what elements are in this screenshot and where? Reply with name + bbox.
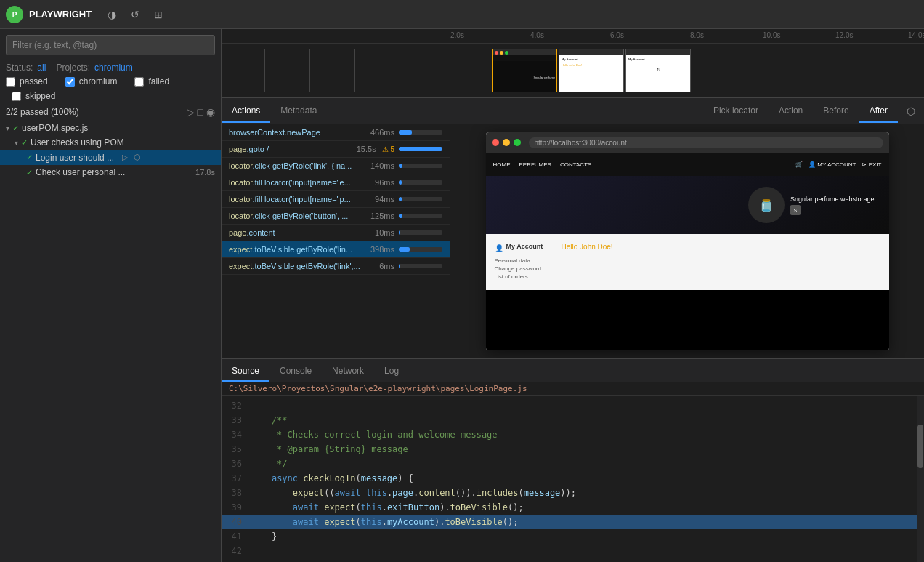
browser-frame: http://localhost:3000/account HOME PERFU…	[486, 132, 889, 350]
line-num: 38	[222, 488, 251, 498]
tree-item-label: userPOM.spec.js	[22, 123, 88, 133]
stop-button[interactable]: □	[198, 106, 203, 118]
checkbox-chromium-label: chromium	[79, 76, 118, 87]
action-bar	[399, 147, 442, 151]
action-row-3[interactable]: locator.fill locator('input[name="e... 9…	[222, 174, 450, 191]
thumbnail[interactable]	[267, 49, 310, 92]
action-name: page.goto /	[229, 145, 352, 153]
tree-item-suite[interactable]: ▾ ✓ User checks using POM	[0, 135, 221, 150]
action-name: expect.toBeVisible getByRole('link',...	[229, 262, 375, 270]
account-content: Hello John Doe!	[562, 243, 880, 281]
run-icons: ▷ □ ◉	[187, 106, 215, 118]
action-bar	[399, 164, 402, 168]
dot-red	[492, 139, 499, 146]
tab-metadata-label: Metadata	[280, 105, 317, 116]
scroll-bar[interactable]	[917, 396, 924, 562]
thumbnail[interactable]	[357, 49, 400, 92]
action-time: 94ms	[375, 195, 394, 204]
line-num: 40	[222, 517, 251, 527]
filter-input[interactable]	[6, 35, 215, 55]
code-text: await expect(this.myAccount).toBeVisible…	[251, 517, 918, 527]
tree-item-test-check[interactable]: ✓ Check user personal ... 17.8s	[0, 165, 221, 180]
action-time: 6ms	[379, 262, 394, 270]
action-bar	[399, 130, 412, 135]
checkbox-skipped[interactable]: skipped	[6, 89, 61, 103]
tab-before[interactable]: Before	[813, 100, 859, 123]
app-title: PLAYWRIGHT	[29, 9, 92, 20]
website-nav: HOME PERFUMES CONTACTS 🛒 👤 MY ACCOUNT ⊳ …	[486, 153, 889, 176]
tab-after[interactable]: After	[859, 100, 898, 123]
bottom-tab-console[interactable]: Console	[270, 361, 322, 382]
sidebar: Status: all Projects: chromium passed ch…	[0, 29, 222, 562]
action-tabs: Actions Metadata Pick locator Action Bef…	[222, 98, 924, 124]
tab-metadata[interactable]: Metadata	[270, 100, 327, 123]
code-line-36: 36 */	[222, 457, 924, 471]
action-bar-container	[399, 264, 442, 268]
action-bar	[399, 230, 400, 235]
bottom-tab-network[interactable]: Network	[322, 361, 374, 382]
run-test-button[interactable]: ▷	[120, 152, 130, 163]
tab-pick-locator[interactable]: Pick locator	[703, 100, 769, 123]
code-line-34: 34 * Checks correct login and welcome me…	[222, 427, 924, 442]
checkbox-chromium[interactable]: chromium	[60, 74, 123, 89]
thumbnail[interactable]	[222, 49, 265, 92]
checkbox-chromium-input[interactable]	[65, 77, 75, 87]
action-bar-container	[399, 247, 442, 252]
tree-item-label: Check user personal ...	[36, 167, 125, 177]
checkbox-failed[interactable]: failed	[129, 74, 175, 89]
external-link-icon[interactable]: ⬡	[898, 100, 924, 123]
action-name: locator.fill locator('input[name="e...	[229, 178, 370, 187]
action-row-4[interactable]: locator.fill locator('input[name="p... 9…	[222, 191, 450, 208]
checkbox-passed-input[interactable]	[6, 77, 15, 87]
status-all-link[interactable]: all	[37, 63, 46, 73]
tab-actions[interactable]: Actions	[222, 100, 270, 123]
checkbox-passed[interactable]: passed	[0, 74, 54, 89]
tree-item-file[interactable]: ▾ ✓ userPOM.spec.js	[0, 121, 221, 135]
action-bar-container	[399, 164, 442, 168]
action-row-0[interactable]: browserContext.newPage 466ms	[222, 124, 450, 141]
browser-content: HOME PERFUMES CONTACTS 🛒 👤 MY ACCOUNT ⊳ …	[486, 153, 889, 350]
svg-text:P: P	[12, 11, 17, 19]
thumbnail[interactable]	[447, 49, 490, 92]
website-main: 👤 My Account Personal data Change passwo…	[486, 234, 889, 290]
projects-value[interactable]: chromium	[94, 63, 133, 73]
code-text: expect((await this.page.content()).inclu…	[251, 488, 918, 498]
thumbnail-white[interactable]: My Account Hello John Doe!	[559, 49, 624, 92]
thumbnail[interactable]	[312, 49, 355, 92]
eye-button[interactable]: ◉	[206, 106, 215, 118]
run-all-button[interactable]: ▷	[187, 106, 195, 118]
tab-action[interactable]: Action	[769, 100, 813, 123]
tree-item-test-login[interactable]: ✓ Login user should ... ▷ ⬡	[0, 150, 221, 165]
checkbox-skipped-label: skipped	[25, 91, 55, 101]
action-row-8[interactable]: expect.toBeVisible getByRole('link',... …	[222, 258, 450, 275]
action-row-5[interactable]: locator.click getByRole('button', ... 12…	[222, 208, 450, 225]
code-line-37: 37 async ckeckLogIn(message) {	[222, 471, 924, 486]
bottom-tab-source[interactable]: Source	[222, 361, 270, 382]
action-row-1[interactable]: page.goto / 15.5s ⚠ 5	[222, 141, 450, 158]
checkbox-failed-input[interactable]	[134, 77, 144, 87]
account-person-icon: 👤	[495, 244, 503, 252]
action-row-6[interactable]: page.content 10ms	[222, 225, 450, 241]
record-button[interactable]: ⬡	[131, 152, 143, 163]
reload-button[interactable]: ↺	[126, 6, 144, 23]
checkbox-skipped-input[interactable]	[12, 92, 21, 101]
check-icon: ✓	[21, 138, 28, 148]
action-row-7[interactable]: expect.toBeVisible getByRole('lin... 398…	[222, 241, 450, 258]
code-text: }	[251, 531, 918, 542]
thumbnail-white2[interactable]: My Account ↻	[625, 49, 691, 92]
contrast-toggle-button[interactable]: ◑	[103, 6, 121, 23]
action-time: 466ms	[370, 128, 394, 137]
action-row-2[interactable]: locator.click getByRole('link', { na... …	[222, 158, 450, 174]
line-num: 37	[222, 473, 251, 483]
nav-contacts: CONTACTS	[560, 161, 591, 168]
thumbnail[interactable]	[402, 49, 445, 92]
tick-4s: 4.0s	[530, 31, 544, 39]
action-bar	[399, 214, 402, 218]
expand-button[interactable]: ⊞	[150, 6, 167, 23]
thumbnail-active[interactable]: Sngular perfume	[492, 49, 557, 92]
code-line-41: 41 }	[222, 529, 924, 544]
action-bar	[399, 180, 402, 185]
action-time: 10ms	[375, 228, 394, 237]
bottom-tab-log[interactable]: Log	[374, 361, 409, 382]
tick-2s: 2.0s	[450, 31, 464, 39]
